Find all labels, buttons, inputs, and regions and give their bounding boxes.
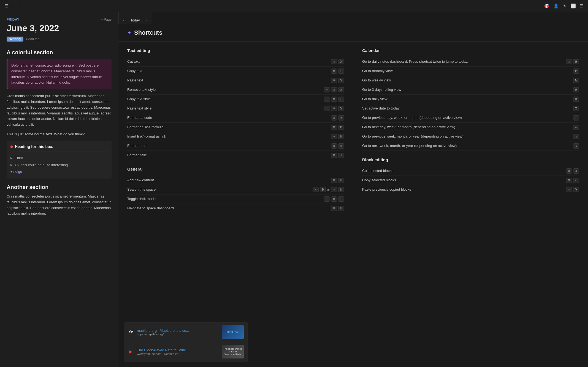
shortcuts-body: Text editing Cut text ⌘ X Copy text ⌘ C <box>118 42 588 367</box>
key-c: C <box>338 97 344 102</box>
nav-right-btn[interactable]: › <box>144 17 149 23</box>
shortcut-paste-text: Paste text ⌘ V <box>127 76 344 85</box>
left-panel: FRIDAY June 3, 2022 ↗ Page Writing Add t… <box>0 12 118 367</box>
shortcut-keys: ⌘ C <box>331 69 344 74</box>
key-cmd: ⌘ <box>331 178 337 183</box>
shortcut-label: Copy text <box>127 69 331 73</box>
menu-icon[interactable]: ☰ <box>4 3 8 9</box>
maplibre-thumbnail: MapLibre <box>222 325 244 339</box>
shortcut-keys: W <box>573 78 579 83</box>
shortcut-keys: ⇨ <box>573 125 579 130</box>
shortcut-keys: ⇧ ⌘ X <box>324 87 344 92</box>
key-down: ⇩ <box>573 143 579 149</box>
key-left: ⇦ <box>573 115 579 120</box>
add-tag[interactable]: Add tag <box>26 37 39 41</box>
shortcut-keys: ⇧ ⌘ L <box>324 196 344 202</box>
shortcut-space-dashboard: Navigate to space dashboard ⌘ H <box>127 204 344 213</box>
shortcut-monthly: Go to monthly view M <box>362 67 579 76</box>
key-m: M <box>338 125 344 130</box>
target-icon[interactable]: 🎯 <box>544 3 549 9</box>
key-cmd: ⌘ <box>331 87 337 92</box>
shortcut-label: Paste previously copied blocks <box>362 187 566 192</box>
dark-box-heading-text: Heading for this box. <box>15 144 53 149</box>
shortcut-copy-blocks: Copy selected blocks ⌘ C <box>362 176 579 185</box>
key-or: or <box>327 188 330 192</box>
right-header-row: ‹ Today › <box>119 16 151 24</box>
nav-left-btn[interactable]: ‹ <box>121 17 126 23</box>
shortcut-keys: ⇧ ⌘ C <box>324 97 344 102</box>
key-shift: ⇧ <box>324 106 330 111</box>
section2-title: Another section <box>0 184 118 190</box>
dark-box: Heading for this box. ▶ Third ▶ Ok, this… <box>7 141 112 179</box>
section1-title: A colorful section <box>0 49 118 56</box>
shortcut-keys: ⌘ B <box>331 143 344 149</box>
shortcut-weekly: Go to weekly view W <box>362 76 579 85</box>
shortcut-keys: R <box>573 87 579 92</box>
page-link[interactable]: ↗ Page <box>100 18 112 21</box>
key-shift: ⇧ <box>324 196 330 202</box>
shortcut-keys: M <box>573 69 579 74</box>
key-cmd: ⌘ <box>331 134 337 139</box>
shortcut-label: Cut text <box>127 59 331 64</box>
shortcut-paste-style: Paste text style ⇧ ⌘ V <box>127 104 344 113</box>
shortcut-keys: ⌘ V <box>566 187 579 192</box>
user-icon[interactable]: 👤 <box>553 3 559 9</box>
date-big: June 3, 2022 <box>7 23 59 33</box>
preview-title[interactable]: The Block-Paved Path to Struc... <box>137 348 218 352</box>
shortcut-dark-mode: Toggle dark mode ⇧ ⌘ L <box>127 195 344 204</box>
key-cmd: ⌘ <box>331 125 337 130</box>
back-icon[interactable]: ← <box>12 4 16 9</box>
normal-text-2: Cras mattis consectetur purus sit amet f… <box>0 194 118 217</box>
key-cmd: ⌘ <box>331 196 337 202</box>
shortcut-add-content: Add new content ⌘ U <box>127 176 344 185</box>
key-right: ⇨ <box>573 125 579 130</box>
shortcuts-col-right: Calendar Go to daily notes dashboard. Pr… <box>353 42 588 367</box>
shortcut-label: Go to next day, week, or month (dependin… <box>362 125 573 130</box>
shortcut-keys: ⌘ H <box>566 59 579 64</box>
triangle-icon: ▶ <box>10 157 13 160</box>
forward-icon[interactable]: → <box>19 4 24 9</box>
key-cmd: ⌘ <box>566 178 572 183</box>
shortcut-label: Cut selected blocks <box>362 168 566 173</box>
shortcuts-title: Shortcuts <box>134 29 162 36</box>
hamburger-icon[interactable]: ☰ <box>580 3 584 9</box>
shortcut-format-bold: Format bold ⌘ B <box>127 141 344 151</box>
key-cmd: ⌘ <box>331 69 337 74</box>
preview-youtube[interactable]: ▶ The Block-Paved Path to Struc... www.y… <box>124 342 248 361</box>
day-label: FRIDAY <box>7 18 59 21</box>
key-m: M <box>573 69 579 74</box>
shortcut-format-code: Format as code ⌘ E <box>127 113 344 123</box>
shortcut-prev-bigger: Go to previous week, month, or year (dep… <box>362 132 579 141</box>
general-title: General <box>127 167 344 171</box>
today-btn[interactable]: Today <box>128 17 142 23</box>
shortcut-label: Format as code <box>127 115 331 120</box>
shortcut-search: Search this space ⌘ P or ⌘ K <box>127 185 344 195</box>
shortcut-label: Go to daily notes dashboard. Press short… <box>362 59 566 64</box>
shortcut-label: Go to next week, month, or year (dependi… <box>362 143 573 148</box>
writing-tag[interactable]: Writing <box>7 37 23 42</box>
preview-maplibre[interactable]: 🗺 maplibre.org · MapLibre is a co... htt… <box>124 322 248 342</box>
shortcut-copy-text: Copy text ⌘ C <box>127 67 344 76</box>
shortcut-keys: ⌘ E <box>331 115 344 120</box>
shortcut-paste-blocks: Paste previously copied blocks ⌘ V <box>362 185 579 194</box>
triangle-icon: ▶ <box>10 163 13 166</box>
youtube-thumbnail: The Block-Paved Path to Structured Data <box>222 345 244 358</box>
simple-text: This is just some normal text. What do y… <box>0 132 118 136</box>
block-editing-title: Block editing <box>362 157 579 162</box>
shortcut-label: Navigate to space dashboard <box>127 206 331 211</box>
shortcut-keys: ⌘ X <box>566 168 579 174</box>
key-w: W <box>573 78 579 83</box>
plus-indigo-item: +indigo <box>10 168 108 175</box>
key-up: ⇧ <box>573 134 579 139</box>
sun-icon[interactable]: ☀ <box>563 3 567 9</box>
colored-block: Dolor sit amet, consectetur adipiscing e… <box>7 59 112 89</box>
shortcut-daily: Go to daily view D <box>362 95 579 104</box>
window-icon[interactable]: ⬜ <box>570 3 576 9</box>
list-item-label: Ok, this could be quite interesting... <box>15 163 71 167</box>
topbar-right: 🎯 👤 ☀ ⬜ ☰ <box>544 3 584 9</box>
shortcut-label: Remove text style <box>127 87 324 92</box>
preview-title[interactable]: maplibre.org · MapLibre is a co... <box>137 328 218 333</box>
key-cmd: ⌘ <box>566 168 572 174</box>
key-shift: ⇧ <box>324 87 330 92</box>
shortcut-keys: ⌘ X <box>331 59 344 64</box>
